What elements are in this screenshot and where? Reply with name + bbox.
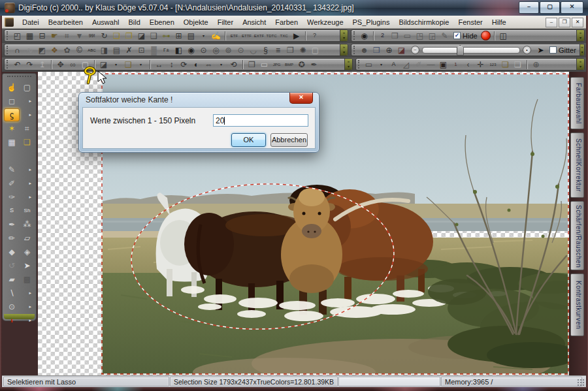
levels-panel-icon[interactable]: ≡ — [272, 44, 284, 55]
clone-tool[interactable]: ✑ — [5, 191, 19, 203]
rotate-canvas-icon[interactable]: ⟳ — [178, 59, 189, 70]
texture-tool[interactable]: ▩ — [20, 274, 35, 285]
window-tile-icon[interactable]: ▭ — [402, 30, 413, 41]
menu-item-bildschirmkopie[interactable]: Bildschirmkopie — [394, 17, 453, 27]
frame-1-icon[interactable]: 1 — [450, 59, 461, 70]
flat-eraser-tool[interactable]: ▰ — [5, 274, 19, 285]
smudge-tool[interactable]: ✏ — [5, 232, 19, 244]
send-folder-icon[interactable]: ❏ — [500, 59, 511, 70]
invert-colors-icon[interactable]: ◐ — [191, 59, 202, 70]
palette-grip[interactable] — [7, 76, 31, 80]
side-tab-farbauswahl[interactable]: Farbauswahl — [570, 77, 584, 129]
toolbar-overflow-button[interactable]: »▾ — [580, 44, 584, 55]
toolbar-grip[interactable] — [353, 31, 355, 40]
close-button[interactable]: ✕ — [561, 1, 583, 14]
toolbar-grip[interactable] — [7, 31, 8, 40]
hide-checkbox[interactable]: ✓Hide — [453, 32, 478, 40]
flower-effect-icon[interactable]: ✿ — [61, 44, 73, 55]
brush-tool[interactable]: ✐ — [5, 178, 19, 189]
folder-copy-icon[interactable]: ❐ — [123, 30, 135, 41]
red-eye-lash-icon[interactable]: ◎ — [210, 44, 221, 55]
window-full-icon[interactable]: ❒ — [389, 30, 400, 41]
object-pick-tool[interactable]: ➤ — [20, 260, 35, 272]
image-insert-icon[interactable]: ◪ — [98, 59, 109, 70]
menu-item-bild[interactable]: Bild — [123, 17, 144, 27]
pick-arrow-icon[interactable]: ➤ — [535, 44, 546, 55]
fill-tool[interactable]: ◆ — [5, 246, 19, 258]
bmp-export-icon[interactable]: BMP — [284, 59, 295, 70]
red-eye-small-icon[interactable]: ⊙ — [235, 44, 246, 55]
shape-rect-arrow[interactable]: ▾ — [376, 59, 387, 70]
signature-icon[interactable]: ✒ — [308, 59, 319, 70]
stretch-vertical-icon[interactable]: ↕ — [166, 59, 177, 70]
id-card-icon[interactable]: ▤ — [111, 44, 122, 55]
shade-brush-tool[interactable]: Sh — [20, 205, 35, 217]
curve-tool-icon[interactable]: ∿ — [24, 44, 35, 55]
print-icon[interactable]: ▤ — [186, 30, 197, 41]
soft-corner-icon[interactable]: ▢ — [310, 44, 321, 55]
hand-tool[interactable]: ☝ — [5, 82, 19, 93]
toolbar-overflow-button[interactable]: »▾ — [576, 30, 584, 41]
lasso-tool[interactable]: ϛ — [4, 108, 20, 121]
gradient-icon[interactable]: ▓ — [148, 44, 159, 55]
zoom-in-icon[interactable]: ⊕ — [384, 44, 395, 55]
layer-photo-icon[interactable]: ⊡ — [136, 44, 147, 55]
resize-arrow[interactable]: ▾ — [216, 59, 227, 70]
folder-light-icon[interactable]: ❏ — [512, 59, 523, 70]
minimize-button[interactable]: – — [519, 1, 539, 14]
headset-icon[interactable]: ∩ — [12, 44, 23, 55]
clipboard-paste-arrow[interactable]: ▾ — [135, 59, 146, 70]
open-hand-icon[interactable]: ☛ — [49, 30, 60, 41]
video-capture-icon[interactable]: ◫ — [498, 30, 509, 41]
window-select-icon[interactable]: ⊞ — [173, 30, 184, 41]
hide-checkbox-box[interactable]: ✓ — [453, 32, 461, 39]
menu-item-objekte[interactable]: Objekte — [179, 17, 213, 27]
gitter-checkbox[interactable]: Gitter — [549, 46, 576, 54]
mdi-minimize-button[interactable]: – — [546, 18, 557, 27]
image-insert-arrow[interactable]: ▾ — [110, 59, 122, 70]
redo-icon[interactable]: ↷ — [24, 59, 35, 70]
red-eye-dark-icon[interactable]: ◉ — [186, 44, 197, 55]
pen-tool[interactable]: ✒ — [5, 219, 19, 230]
draw-wedge-icon[interactable]: ◿ — [400, 59, 412, 70]
slideshow-icon[interactable]: ▶ — [291, 30, 302, 41]
spray-tool[interactable]: ⁂ — [20, 219, 35, 230]
resize-grip[interactable] — [577, 379, 585, 386]
move-selection-icon[interactable]: ✥ — [55, 59, 66, 70]
exif-etf-icon[interactable]: ETF — [229, 30, 240, 41]
menu-item-auswahl[interactable]: Auswahl — [88, 17, 124, 27]
clipboard-paste-icon[interactable]: ❑ — [123, 59, 134, 70]
zoom-slider[interactable]: −• — [411, 46, 531, 54]
maximize-button[interactable]: ▢ — [540, 1, 560, 14]
menu-item-ebenen[interactable]: Ebenen — [145, 17, 179, 27]
ok-button[interactable]: OK — [231, 133, 266, 147]
resize-icon[interactable]: ⇔ — [203, 59, 214, 70]
exif-ettf-icon[interactable]: ETTF — [241, 30, 252, 41]
duplicate-page-icon[interactable]: ❑ — [148, 30, 159, 41]
two-windows-icon[interactable]: 2 — [377, 30, 388, 41]
menu-item-ansicht[interactable]: Ansicht — [238, 17, 270, 27]
menu-item-hilfe[interactable]: Hilfe — [487, 17, 511, 27]
dark-frame-icon[interactable]: ▣ — [438, 59, 449, 70]
red-eye-closed-icon[interactable]: ◡ — [248, 44, 259, 55]
eyedropper-flyout[interactable]: ▸ — [29, 290, 35, 296]
annotate-pencil-icon[interactable]: ✎ — [439, 30, 450, 41]
copy-pages-icon[interactable]: ❐ — [246, 59, 257, 70]
refresh-icon[interactable]: ⟲ — [228, 59, 239, 70]
zoom-slider-track[interactable] — [422, 47, 520, 54]
screenshot-camera-icon[interactable]: ◉ — [359, 30, 370, 41]
delete-effect-icon[interactable]: ✗ — [123, 44, 135, 55]
preview-bust-icon[interactable]: ☻ — [359, 44, 370, 55]
stamp-icon[interactable]: ✪ — [296, 59, 307, 70]
menu-item-filter[interactable]: Filter — [213, 17, 238, 27]
free-rotate-tool[interactable]: ↺ — [5, 260, 19, 272]
compare-pages-icon[interactable]: ❐ — [285, 44, 296, 55]
show-original-flyout[interactable]: ▸ — [29, 304, 35, 309]
undo-icon[interactable]: ↶ — [12, 59, 23, 70]
jpg-export-icon[interactable]: JPG — [271, 59, 282, 70]
zoom-out-button[interactable]: − — [411, 46, 419, 54]
print-dropdown-arrow[interactable]: ▾ — [198, 30, 209, 41]
dialog-close-button[interactable]: ✕ — [289, 93, 313, 104]
lasso-flyout[interactable]: ▸ — [29, 112, 35, 117]
show-original-tool[interactable]: ⊙ — [5, 301, 19, 313]
